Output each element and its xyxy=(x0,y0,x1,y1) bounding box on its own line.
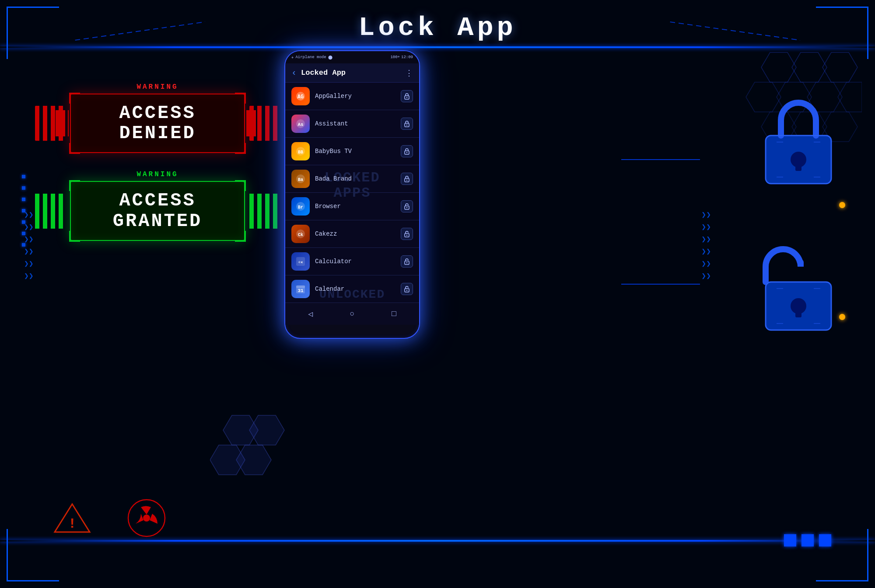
left-panel: WARNING ACCESS DENIED WARNING xyxy=(35,57,280,241)
svg-marker-1 xyxy=(792,52,827,82)
cakezz-icon: Ck xyxy=(291,225,310,243)
brace-granted-tr xyxy=(235,180,246,191)
brace-granted-br xyxy=(235,231,246,242)
page-title: Lock App xyxy=(358,12,517,43)
svg-text:Ck: Ck xyxy=(298,233,303,237)
appgallery-lock-button[interactable] xyxy=(401,90,413,102)
app-item-browser[interactable]: Br Browser xyxy=(285,193,419,220)
svg-point-33 xyxy=(406,180,407,181)
right-chevron-2: ❯❯ xyxy=(701,222,711,232)
assistant-lock-button[interactable] xyxy=(401,118,413,130)
brace-denied-tr xyxy=(235,93,246,104)
granted-stripes-right xyxy=(249,194,280,229)
browser-lock-button[interactable] xyxy=(401,200,413,212)
calendar-lock-button[interactable] xyxy=(401,283,413,295)
app-item-babybus[interactable]: BB BabyBus TV xyxy=(285,138,419,165)
lock-closed-decoration xyxy=(757,92,840,190)
phone-screen: ✈ Airplane mode ⬤ 100+ 12:09 ‹ Locked Ap… xyxy=(284,50,420,339)
dot-indicator-2 xyxy=(839,314,845,320)
svg-point-45 xyxy=(406,262,407,263)
babybus-name: BabyBus TV xyxy=(315,148,401,155)
svg-point-29 xyxy=(406,152,407,153)
v-dot-2 xyxy=(22,186,25,190)
access-denied-section: WARNING ACCESS DENIED xyxy=(35,83,280,153)
assistant-name: Assistant xyxy=(315,120,401,127)
svg-text:As: As xyxy=(298,122,303,127)
nav-home-button[interactable]: ○ xyxy=(350,310,355,318)
bottom-border-strip xyxy=(0,540,875,542)
assistant-icon: As xyxy=(291,115,310,133)
svg-point-37 xyxy=(406,207,407,208)
v-dot-3 xyxy=(22,198,25,201)
corner-decoration-tl xyxy=(7,7,59,59)
nav-recent-button[interactable]: □ xyxy=(392,310,396,318)
appgallery-icon: AG xyxy=(291,87,310,105)
chevron-down-1: ❯❯ xyxy=(24,210,34,219)
bottom-right-dots xyxy=(784,534,831,546)
battery-text: 100+ xyxy=(390,55,400,59)
app-item-calculator[interactable]: ÷× Calculator xyxy=(285,248,419,275)
right-chevron-5: ❯❯ xyxy=(701,259,711,268)
bottom-icons: ! xyxy=(52,498,166,540)
access-denied-text: ACCESS DENIED xyxy=(119,103,196,143)
app-item-assistant[interactable]: As Assistant xyxy=(285,110,419,138)
access-granted-text: ACCESS GRANTED xyxy=(113,191,202,231)
svg-text:÷×: ÷× xyxy=(298,261,303,265)
access-granted-banner-box: ACCESS GRANTED xyxy=(70,181,245,240)
access-denied-banner-box: ACCESS DENIED xyxy=(70,94,245,153)
status-right: 100+ 12:09 xyxy=(390,55,413,59)
airplane-mode-icon: ✈ xyxy=(291,55,294,60)
svg-marker-2 xyxy=(822,52,858,82)
svg-marker-13 xyxy=(210,445,245,475)
svg-text:!: ! xyxy=(68,516,76,532)
brace-denied-tl xyxy=(69,93,80,104)
nav-back-button[interactable]: ◁ xyxy=(308,309,313,319)
babybus-lock-button[interactable] xyxy=(401,145,413,157)
browser-icon: Br xyxy=(291,197,310,216)
right-chevron-3: ❯❯ xyxy=(701,234,711,244)
svg-rect-55 xyxy=(795,160,802,171)
app-item-bada[interactable]: Ba Bada Brand xyxy=(285,165,419,193)
more-options-button[interactable]: ⋮ xyxy=(405,68,413,78)
svg-point-21 xyxy=(406,97,407,98)
phone-container: ✈ Airplane mode ⬤ 100+ 12:09 ‹ Locked Ap… xyxy=(284,50,420,339)
hex-decoration-middle xyxy=(210,411,289,492)
right-chevron-1: ❯❯ xyxy=(701,210,711,219)
right-chevron-6: ❯❯ xyxy=(701,271,711,281)
bada-icon: Ba xyxy=(291,170,310,188)
hud-connector-lines xyxy=(621,155,709,163)
brace-granted-tl xyxy=(69,180,80,191)
brace-granted-bl xyxy=(69,231,80,242)
bada-name: Bada Brand xyxy=(315,175,401,182)
camera-icon: ⬤ xyxy=(328,55,332,60)
status-left-text: Airplane mode xyxy=(295,55,326,59)
svg-point-41 xyxy=(406,235,407,236)
top-dash-right xyxy=(670,21,800,41)
time-text: 12:09 xyxy=(401,55,413,59)
app-header: ‹ Locked App ⋮ xyxy=(285,63,419,83)
app-item-appgallery[interactable]: AG AppGallery xyxy=(285,83,419,110)
chevron-down-4: ❯❯ xyxy=(24,247,34,256)
dot-indicator-1 xyxy=(839,202,845,208)
access-granted-section: WARNING ACCESS GRANTED xyxy=(35,170,280,240)
calendar-name: Calendar xyxy=(315,285,401,292)
bada-lock-button[interactable] xyxy=(401,173,413,185)
chevron-down-6: ❯❯ xyxy=(24,271,34,281)
app-item-calendar[interactable]: 31 Calendar xyxy=(285,275,419,303)
svg-rect-63 xyxy=(795,306,802,317)
back-button[interactable]: ‹ xyxy=(291,68,297,78)
app-item-cakezz[interactable]: Ck Cakezz xyxy=(285,220,419,248)
svg-text:AG: AG xyxy=(298,94,304,100)
radiation-symbol-icon xyxy=(127,498,166,540)
bottom-dot-3 xyxy=(819,534,831,546)
calculator-lock-button[interactable] xyxy=(401,255,413,268)
svg-marker-11 xyxy=(249,415,284,445)
calculator-icon: ÷× xyxy=(291,252,310,271)
babybus-icon: BB xyxy=(291,142,310,160)
bottom-dot-2 xyxy=(802,534,814,546)
corner-decoration-bl xyxy=(7,529,59,581)
cakezz-lock-button[interactable] xyxy=(401,228,413,240)
v-dot-1 xyxy=(22,175,25,178)
hud-connector-lines-2 xyxy=(621,280,709,288)
svg-point-17 xyxy=(143,515,150,522)
